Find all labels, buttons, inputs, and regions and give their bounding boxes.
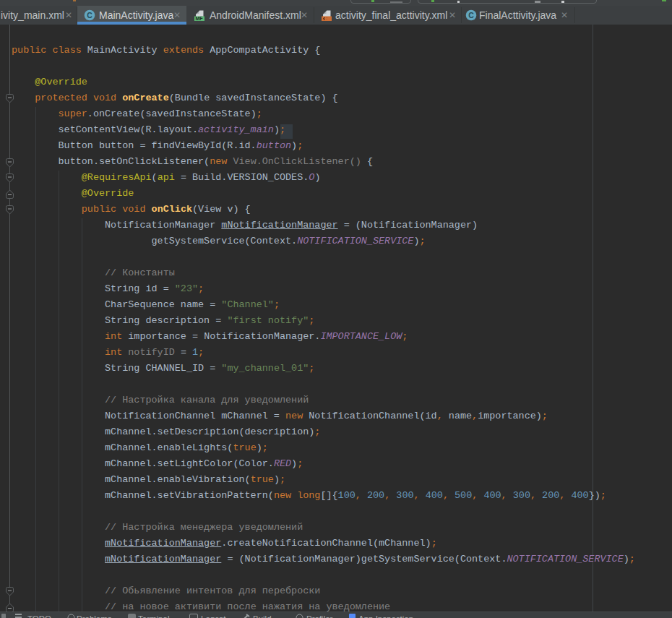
svg-text:C: C [87, 11, 92, 20]
svg-text:MF: MF [196, 16, 204, 21]
svg-text:C: C [468, 11, 474, 20]
